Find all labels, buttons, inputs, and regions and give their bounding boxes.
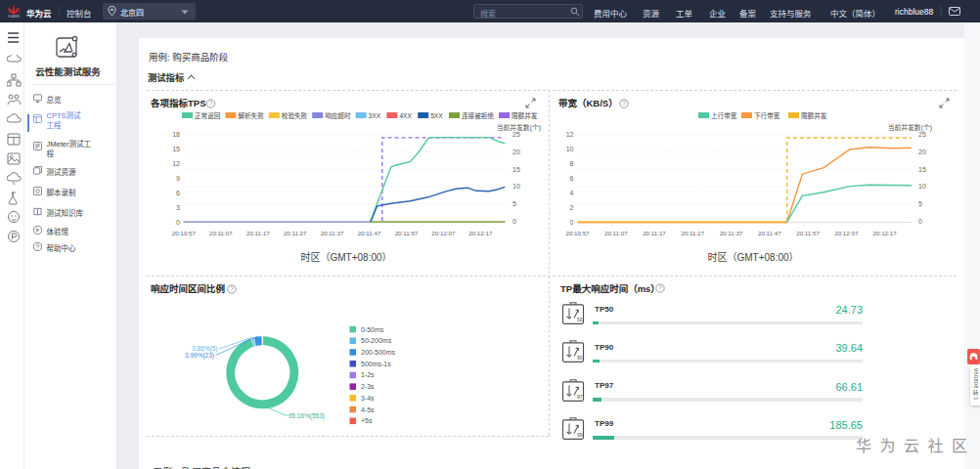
svg-text:9: 9	[176, 175, 180, 182]
svg-text:15: 15	[918, 166, 926, 173]
svg-text:?: ?	[658, 284, 662, 291]
svg-text:时区（GMT+08:00）: 时区（GMT+08:00）	[300, 252, 391, 263]
svg-text:90: 90	[577, 355, 583, 361]
svg-text:解析失败: 解析失败	[238, 111, 264, 120]
svg-text:0: 0	[918, 218, 922, 225]
svg-text:5: 5	[918, 200, 922, 207]
svg-text:各项指标TPS: 各项指标TPS	[150, 98, 205, 108]
svg-text:5: 5	[512, 200, 516, 207]
svg-text:0: 0	[176, 219, 180, 226]
svg-text:限额并发: 限额并发	[801, 111, 827, 120]
svg-text:97: 97	[577, 393, 583, 399]
svg-text:200-500ms: 200-500ms	[361, 349, 396, 356]
svg-text:4-5s: 4-5s	[361, 406, 375, 413]
svg-text:20:11:17: 20:11:17	[643, 230, 666, 236]
svg-text:10: 10	[566, 146, 574, 152]
svg-text:20: 20	[918, 149, 926, 155]
svg-text:连接被拒绝: 连接被拒绝	[462, 111, 494, 120]
svg-text:20:11:07: 20:11:07	[209, 230, 233, 236]
svg-text:下行带宽: 下行带宽	[754, 111, 780, 120]
svg-text:时区（GMT+08:00）: 时区（GMT+08:00）	[707, 252, 798, 263]
svg-text:20: 20	[512, 149, 520, 155]
svg-text:20:11:17: 20:11:17	[246, 230, 270, 236]
svg-text:20:11:57: 20:11:57	[796, 230, 820, 236]
svg-text:20:11:27: 20:11:27	[284, 230, 307, 236]
svg-text:6: 6	[176, 190, 180, 196]
svg-text:3XX: 3XX	[369, 112, 381, 119]
svg-text:?: ?	[209, 100, 213, 107]
svg-text:带宽（KB/S）: 带宽（KB/S）	[558, 98, 618, 108]
svg-text:3-4s: 3-4s	[361, 395, 375, 402]
svg-text:校验失败: 校验失败	[282, 111, 308, 120]
svg-text:15: 15	[172, 146, 180, 152]
svg-text:25: 25	[918, 131, 926, 138]
svg-text:3.99%(23): 3.99%(23)	[185, 352, 214, 360]
svg-text:25: 25	[512, 131, 520, 138]
svg-text:12: 12	[566, 131, 574, 138]
svg-text:10: 10	[918, 183, 926, 190]
svg-text:限额并发: 限额并发	[512, 111, 538, 120]
svg-text:6: 6	[570, 175, 574, 182]
svg-text:20:11:57: 20:11:57	[395, 230, 419, 236]
svg-text:响应超时: 响应超时	[325, 111, 351, 120]
svg-text:1-2s: 1-2s	[361, 371, 375, 378]
svg-text:20:10:57: 20:10:57	[565, 230, 590, 236]
svg-text:?: ?	[622, 100, 626, 107]
svg-text:20:11:07: 20:11:07	[604, 230, 628, 236]
svg-text:3: 3	[176, 204, 180, 211]
svg-text:5XX: 5XX	[430, 112, 443, 119]
svg-text:50: 50	[577, 317, 583, 322]
svg-text:10: 10	[512, 183, 520, 190]
svg-text:20:10:57: 20:10:57	[172, 230, 197, 236]
svg-text:2: 2	[570, 204, 574, 211]
svg-text:4XX: 4XX	[399, 112, 412, 119]
svg-text:响应时间区间比例: 响应时间区间比例	[151, 283, 225, 294]
svg-text:8: 8	[570, 160, 574, 167]
svg-text:上行带宽: 上行带宽	[711, 111, 737, 120]
svg-text:95.16%(553): 95.16%(553)	[289, 412, 325, 420]
svg-text:99: 99	[577, 431, 583, 437]
svg-text:20:11:47: 20:11:47	[758, 230, 781, 236]
svg-text:?: ?	[230, 285, 234, 292]
svg-text:12: 12	[172, 160, 180, 167]
svg-text:20:12:07: 20:12:07	[834, 230, 859, 236]
svg-text:+5s: +5s	[361, 417, 373, 424]
svg-text:0-50ms: 0-50ms	[361, 326, 384, 333]
svg-text:20:11:37: 20:11:37	[321, 230, 344, 236]
svg-text:18: 18	[172, 131, 180, 138]
svg-text:20:11:27: 20:11:27	[681, 230, 704, 236]
svg-text:20:12:17: 20:12:17	[468, 230, 493, 236]
svg-text:HUAWEI: HUAWEI	[8, 15, 20, 19]
svg-text:20:12:07: 20:12:07	[431, 230, 456, 236]
svg-text:2-3s: 2-3s	[361, 383, 375, 390]
svg-text:0: 0	[512, 218, 516, 225]
svg-text:50-200ms: 50-200ms	[361, 337, 392, 344]
svg-text:20:12:17: 20:12:17	[873, 230, 898, 236]
svg-text:500ms-1s: 500ms-1s	[361, 361, 391, 367]
svg-text:20:11:37: 20:11:37	[720, 230, 743, 236]
svg-text:4: 4	[570, 190, 574, 196]
svg-text:20:11:47: 20:11:47	[358, 230, 381, 236]
svg-text:正常返回: 正常返回	[195, 111, 221, 120]
svg-text:0: 0	[570, 219, 574, 226]
svg-text:15: 15	[512, 166, 520, 173]
